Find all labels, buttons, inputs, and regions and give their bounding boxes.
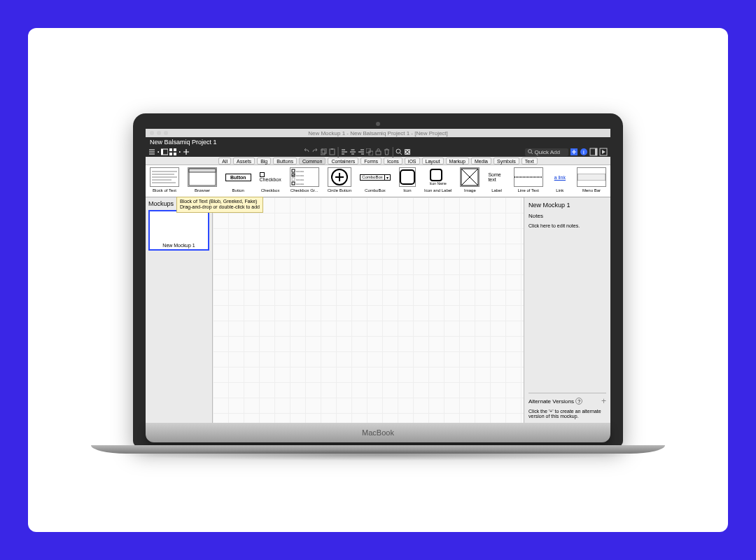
alt-versions-heading: Alternate Versions [528,398,574,405]
library-item-checkbox[interactable]: CheckboxCheckbox [260,167,281,197]
zoom-icon[interactable] [396,148,402,155]
inspector-mockup-name: New Mockup 1 [528,202,606,209]
library-item-label[interactable]: Some textLabel [488,167,505,197]
panel-toggle-right-icon[interactable] [589,148,598,156]
align-left-icon[interactable] [341,148,348,155]
library-item-browser[interactable]: Browser [188,167,217,197]
panel-toggle-left-icon[interactable] [161,148,168,155]
svg-rect-44 [292,182,295,185]
category-tab-containers[interactable]: Containers [328,158,358,164]
library-item-label: Label [491,188,502,192]
group-icon[interactable] [366,148,373,155]
mockup-thumbnail[interactable]: New Mockup 1 [148,210,209,251]
svg-text:aaaaa: aaaaa [296,174,304,177]
laptop-shadow [112,449,644,461]
svg-rect-14 [350,151,356,153]
svg-rect-48 [430,169,442,181]
library-item-icon[interactable]: Icon [399,167,416,197]
svg-rect-47 [400,170,414,184]
alt-help-text: Click the '+' to create an alternate ver… [528,409,606,419]
svg-rect-2 [169,148,172,151]
canvas[interactable]: Block of Text (Blob, Greeked, Fake) Drag… [213,197,524,423]
library-item-label: Line of Text [517,188,539,192]
svg-point-24 [528,150,531,153]
category-tab-markup[interactable]: Markup [446,158,469,164]
category-tab-all[interactable]: All [218,158,231,164]
category-tab-layout[interactable]: Layout [422,158,444,164]
category-tab-common[interactable]: Common [299,158,326,164]
fullscreen-present-icon[interactable] [599,148,608,156]
category-tab-symbols[interactable]: Symbols [493,158,519,164]
category-tab-forms[interactable]: Forms [360,158,382,164]
library-item-combobox[interactable]: ComboBox▾ComboBox [360,167,391,197]
redo-icon[interactable] [312,148,318,155]
trash-icon[interactable] [383,148,390,155]
svg-rect-20 [369,151,373,155]
library-item-block-of-text[interactable]: Block of Text [150,167,179,197]
close-window-icon[interactable] [150,131,154,135]
library-item-menu-bar[interactable]: Menu Bar [577,167,606,197]
notes-area[interactable]: Click here to edit notes. [528,223,606,393]
library-item-icon-and-label[interactable]: Icon NameIcon and Label [424,167,451,197]
svg-rect-9 [331,148,333,150]
library-item-label: Icon [403,188,411,192]
svg-rect-21 [376,151,381,155]
hamburger-menu-icon[interactable] [148,148,155,155]
category-tab-media[interactable]: Media [471,158,491,164]
category-tab-assets[interactable]: Assets [233,158,255,164]
zoom-window-icon[interactable] [164,131,168,135]
library-item-image[interactable]: Image [460,167,479,197]
window-title: New Mockup 1 - New Balsamiq Project 1 - … [308,130,448,136]
quick-add-input[interactable]: Quick Add [525,148,568,156]
svg-rect-5 [174,153,176,155]
category-tabs: AllAssetsBigButtonsCommonContainersForms… [146,157,610,165]
mockups-sidebar: Mockups New Mockup 1 [146,197,213,423]
info-icon[interactable]: i [580,148,588,156]
library-item-link[interactable]: a linkLink [552,167,568,197]
library-item-label: Image [464,188,476,192]
svg-rect-15 [351,153,354,155]
category-tab-text[interactable]: Text [522,158,538,164]
library-item-label: ComboBox [365,188,386,192]
svg-rect-37 [189,169,216,172]
svg-text:aaaaa: aaaaa [296,182,304,186]
add-alternate-button[interactable]: + [601,396,606,406]
library-item-circle-button[interactable]: Circle Button [328,167,351,197]
help-icon[interactable]: ? [575,398,582,405]
category-tab-ios[interactable]: iOS [405,158,420,164]
category-tab-big[interactable]: Big [257,158,271,164]
lock-icon[interactable] [374,148,382,155]
main-toolbar: · · | [146,147,610,157]
library-item-label: Circle Button [328,188,351,192]
library-item-label: Checkbox [261,188,280,192]
laptop-base: MacBook [146,423,610,442]
grid-view-icon[interactable] [169,148,176,155]
inspector-panel: New Mockup 1 Notes Click here to edit no… [524,197,610,423]
svg-rect-7 [322,148,326,153]
library-item-checkbox-gr-[interactable]: aaaaaaaaaaaaaaaaaaaaCheckbox Gr... [290,167,319,197]
copy-icon[interactable] [320,148,327,155]
svg-rect-3 [174,148,176,151]
svg-rect-10 [342,149,345,150]
minimize-window-icon[interactable] [157,131,161,135]
svg-rect-16 [360,149,364,150]
library-item-label: Block of Text [153,188,176,192]
svg-rect-13 [351,149,355,150]
markup-toggle-icon[interactable] [404,148,411,155]
quick-add-expand-icon[interactable] [570,148,578,156]
align-right-icon[interactable] [358,148,365,155]
svg-rect-29 [595,148,597,155]
library-item-line-of-text[interactable]: Line of Text [514,167,543,197]
category-tab-icons[interactable]: Icons [384,158,402,164]
undo-icon[interactable] [303,148,310,155]
align-center-icon[interactable] [349,148,356,155]
add-mockup-icon[interactable] [183,148,190,155]
ui-library: Block of TextBrowserButtonButtonCheckbox… [146,165,610,197]
category-tab-buttons[interactable]: Buttons [273,158,297,164]
library-item-button[interactable]: ButtonButton [225,167,251,197]
paste-icon[interactable] [328,148,335,155]
library-item-label: Browser [195,188,210,192]
library-item-label: Icon and Label [424,188,451,192]
notes-label: Notes [528,213,606,219]
laptop-camera [376,122,380,126]
